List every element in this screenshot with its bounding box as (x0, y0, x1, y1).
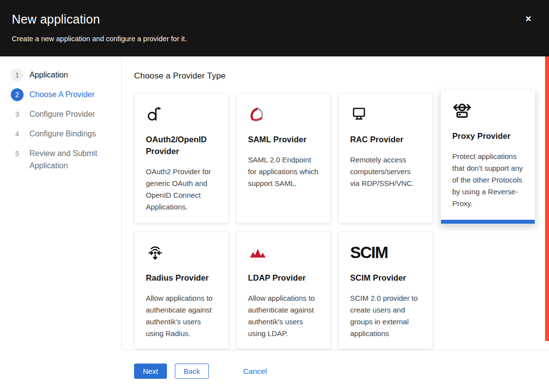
card-description: Protect applications that don't support … (452, 151, 523, 209)
step-number: 5 (11, 147, 24, 160)
step-review-and-submit[interactable]: 5 Review and Submit Application (11, 147, 112, 172)
openid-icon (146, 105, 217, 124)
proxy-icon (452, 101, 523, 121)
step-label: Application (29, 69, 68, 81)
scrollbar-thumb[interactable] (545, 56, 549, 341)
card-ldap-provider[interactable]: LDAP Provider Allow applications to auth… (236, 232, 331, 349)
card-description: Allow applications to authenticate again… (146, 292, 217, 340)
wizard-footer: Next Back Cancel (121, 350, 549, 392)
next-button[interactable]: Next (134, 364, 167, 379)
step-label: Review and Submit Application (29, 147, 106, 172)
step-label: Choose A Provider (29, 88, 95, 101)
vertical-scrollbar (545, 56, 549, 350)
close-icon[interactable]: ✕ (522, 12, 535, 26)
card-description: OAuth2 Provider for generic OAuth and Op… (146, 166, 217, 213)
step-number: 3 (11, 108, 24, 121)
card-rac-provider[interactable]: RAC Provider Remotely access computers/s… (338, 93, 433, 223)
card-description: SCIM 2.0 provider to create users and gr… (350, 292, 421, 340)
card-title: RAC Provider (350, 134, 421, 146)
card-title: Proxy Provider (452, 131, 523, 142)
wizard-subtitle: Create a new application and configure a… (12, 35, 187, 43)
card-saml-provider[interactable]: SAML Provider SAML 2.0 Endpoint for appl… (236, 93, 331, 223)
card-description: Remotely access computers/servers via RD… (350, 154, 421, 189)
saml-icon (248, 105, 319, 124)
card-description: Allow applications to authenticate again… (248, 292, 319, 340)
step-label: Configure Provider (29, 108, 95, 120)
card-title: OAuth2/OpenID Provider (146, 134, 217, 157)
cancel-button[interactable]: Cancel (240, 366, 270, 376)
card-oauth2-openid-provider[interactable]: OAuth2/OpenID Provider OAuth2 Provider f… (134, 93, 229, 223)
step-number: 1 (11, 69, 24, 81)
card-title: LDAP Provider (248, 272, 319, 284)
provider-type-grid: OAuth2/OpenID Provider OAuth2 Provider f… (134, 93, 535, 349)
step-number: 4 (11, 128, 24, 140)
rac-monitor-icon (350, 105, 421, 124)
card-description: SAML 2.0 Endpoint for applications which… (248, 154, 319, 189)
card-title: SAML Provider (248, 134, 319, 146)
wizard-steps-sidebar: 1 Application 2 Choose A Provider 3 Conf… (0, 56, 122, 392)
scim-logo-text: SCIM (350, 243, 388, 262)
step-label: Configure Bindings (29, 128, 96, 140)
step-number: 2 (11, 88, 24, 101)
scim-logo: SCIM (350, 243, 421, 262)
wizard-title: New application (12, 12, 100, 26)
radius-icon (146, 243, 217, 262)
step-application[interactable]: 1 Application (11, 69, 112, 81)
ldap-icon (248, 243, 319, 262)
card-title: Radius Provider (146, 272, 217, 284)
selected-indicator-bar (441, 220, 535, 224)
page-title: Choose a Provider Type (134, 71, 225, 81)
card-title: SCIM Provider (350, 272, 421, 284)
card-proxy-provider[interactable]: Proxy Provider Protect applications that… (440, 90, 535, 224)
card-radius-provider[interactable]: Radius Provider Allow applications to au… (134, 232, 229, 349)
wizard-header: New application Create a new application… (0, 0, 549, 56)
step-choose-a-provider[interactable]: 2 Choose A Provider (11, 88, 112, 101)
back-button[interactable]: Back (175, 364, 209, 379)
step-configure-provider[interactable]: 3 Configure Provider (11, 108, 112, 121)
card-scim-provider[interactable]: SCIM SCIM Provider SCIM 2.0 provider to … (338, 232, 433, 349)
step-configure-bindings[interactable]: 4 Configure Bindings (11, 128, 112, 140)
